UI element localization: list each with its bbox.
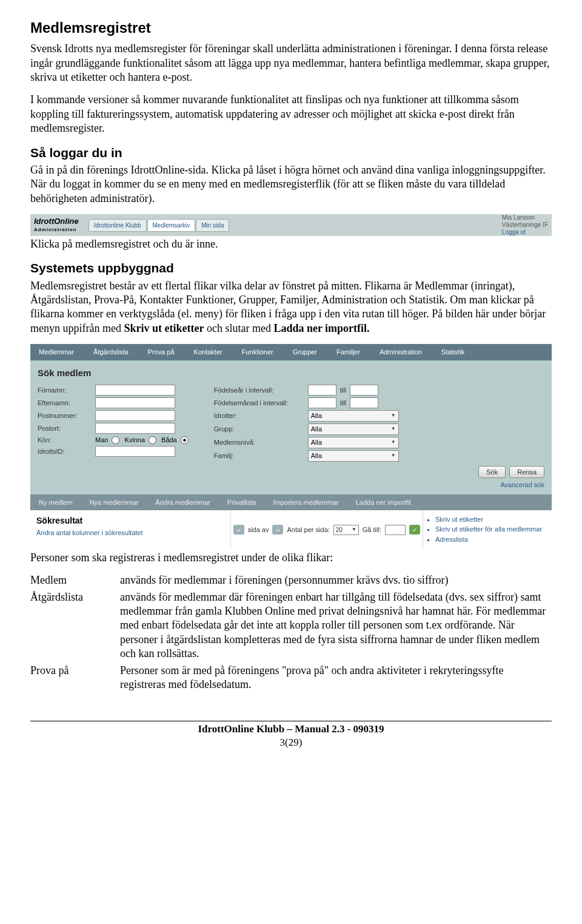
- radio-man[interactable]: [112, 436, 119, 444]
- side-link-adresslista[interactable]: Adresslista: [435, 535, 548, 544]
- tab-idrottonline-klubb[interactable]: Idrottonline Klubb: [89, 219, 147, 232]
- select-idrotter[interactable]: Alla▼: [308, 410, 399, 422]
- go-button-icon[interactable]: ✓: [409, 525, 420, 535]
- input-fodelsemanad-from[interactable]: [308, 397, 336, 408]
- results-area: Sökresultat Ändra antal kolumner i sökre…: [30, 510, 552, 550]
- select-grupp[interactable]: Alla▼: [308, 423, 399, 435]
- logout-link[interactable]: Logga ut: [502, 229, 548, 236]
- logo-text: IdrottOnline: [34, 217, 79, 226]
- action-ny-medlem[interactable]: Ny medlem: [30, 494, 81, 510]
- input-postort[interactable]: [95, 423, 175, 434]
- label-efternamn: Efternamn:: [38, 399, 95, 407]
- radio-kvinna-label: Kvinna: [124, 436, 145, 444]
- input-efternamn[interactable]: [95, 397, 175, 408]
- advanced-search-link[interactable]: Avancerad sök: [38, 481, 544, 489]
- heading-system: Systemets uppbyggnad: [30, 260, 552, 276]
- admin-banner: IdrottOnline Administration Idrottonline…: [30, 214, 552, 236]
- radio-kvinna[interactable]: [149, 436, 156, 444]
- tab-min-sida[interactable]: Min sida: [196, 219, 229, 232]
- tab-statistik[interactable]: Statistik: [433, 344, 473, 360]
- footer-title: IdrottOnline Klubb – Manual 2.3 - 090319: [30, 723, 552, 736]
- radio-bada-label: Båda: [161, 436, 177, 444]
- chevron-down-icon: ▼: [391, 413, 396, 419]
- definitions-table: Medlem används för medlemmar i föreninge…: [30, 573, 552, 694]
- tab-administration[interactable]: Administration: [371, 344, 430, 360]
- chevron-down-icon: ▼: [391, 439, 396, 445]
- action-ladda-ner[interactable]: Ladda ner importfil: [347, 494, 420, 510]
- change-columns-link[interactable]: Ändra antal kolumner i sökresultatet: [36, 528, 224, 537]
- label-idrotter: Idrotter:: [214, 411, 308, 420]
- after-banner-text: Klicka på medlemsregistret och du är inn…: [30, 237, 552, 251]
- label-fodelsemanad: Födelsemånad i intervall:: [214, 399, 308, 407]
- per-page-select[interactable]: 20▼: [333, 525, 359, 535]
- intro-paragraph-2: I kommande versioner så kommer nuvarande…: [30, 93, 552, 135]
- label-fodelsear: Födelseår i intervall:: [214, 386, 308, 394]
- input-idrottsid[interactable]: [95, 446, 175, 457]
- term-prova-pa: Prova på: [30, 664, 120, 695]
- top-menu: Medlemmar Åtgärdslista Prova på Kontakte…: [30, 344, 552, 360]
- search-button[interactable]: Sök: [478, 466, 506, 478]
- action-importera[interactable]: Importera medlemmar: [264, 494, 347, 510]
- logo-subtext: Administration: [34, 227, 79, 233]
- label-postnummer: Postnummer:: [38, 411, 95, 420]
- tab-medlemsarkiv[interactable]: Medlemsarkiv: [147, 219, 196, 232]
- select-medlemsniva[interactable]: Alla▼: [308, 437, 399, 448]
- radio-bada[interactable]: [181, 436, 189, 444]
- input-postnummer[interactable]: [95, 410, 175, 421]
- results-title: Sökresultat: [36, 515, 224, 526]
- prev-page-icon[interactable]: ‹‹: [233, 525, 244, 535]
- input-fodelsemanad-to[interactable]: [350, 397, 378, 408]
- idrottonline-logo: IdrottOnline Administration: [34, 217, 79, 233]
- login-paragraph: Gå in på din förenings IdrottOnline-sida…: [30, 163, 552, 206]
- def-atgardslista: används för medlemmar där föreningen enb…: [120, 590, 552, 664]
- label-grupp: Grupp:: [214, 425, 308, 433]
- side-link-etiketter[interactable]: Skriv ut etiketter: [435, 515, 548, 524]
- pagination: ‹‹ sida av ›› Antal per sida: 20▼ Gå til…: [230, 510, 423, 550]
- label-familj: Familj:: [214, 451, 308, 460]
- side-link-etiketter-alla[interactable]: Skriv ut etiketter för alla medlemmar: [435, 525, 548, 533]
- tab-grupper[interactable]: Grupper: [284, 344, 326, 360]
- heading-login: Så loggar du in: [30, 144, 552, 161]
- select-familj[interactable]: Alla▼: [308, 450, 399, 462]
- search-panel: Sök medlem Förnamn: Efternamn: Postnumme…: [30, 360, 552, 494]
- tab-medlemmar[interactable]: Medlemmar: [30, 344, 82, 360]
- action-bar: Ny medlem Nya medlemmar Ändra medlemmar …: [30, 494, 552, 510]
- per-page-label: Antal per sida:: [287, 525, 329, 534]
- clear-button[interactable]: Rensa: [509, 466, 544, 478]
- intro-paragraph-1: Svensk Idrotts nya medlemsregister för f…: [30, 42, 552, 84]
- tab-kontakter[interactable]: Kontakter: [186, 344, 231, 360]
- user-panel: Mia Larsson Västerhaninge IF Logga ut: [502, 214, 548, 236]
- label-fornamn: Förnamn:: [38, 386, 95, 394]
- action-andra-medlemmar[interactable]: Ändra medlemmar: [147, 494, 218, 510]
- tab-atgardslista[interactable]: Åtgärdslista: [85, 344, 136, 360]
- chevron-down-icon: ▼: [391, 453, 396, 459]
- chevron-down-icon: ▼: [391, 426, 396, 432]
- page-title: Medlemsregistret: [30, 18, 552, 37]
- label-kon: Kön:: [38, 436, 95, 444]
- system-paragraph: Medlemsregistret består av ett flertal f…: [30, 279, 552, 336]
- tab-funktioner[interactable]: Funktioner: [233, 344, 282, 360]
- tab-familjer[interactable]: Familjer: [328, 344, 369, 360]
- action-nya-medlemmar[interactable]: Nya medlemmar: [81, 494, 147, 510]
- label-medlemsniva: Medlemsnivå:: [214, 438, 308, 447]
- action-privatlista[interactable]: Privatlista: [219, 494, 265, 510]
- page-footer: IdrottOnline Klubb – Manual 2.3 - 090319…: [30, 721, 552, 749]
- tab-prova-pa[interactable]: Prova på: [139, 344, 183, 360]
- input-fodelsear-to[interactable]: [350, 385, 378, 396]
- input-fodelsear-from[interactable]: [308, 385, 336, 396]
- till-text-2: till: [340, 399, 346, 407]
- footer-pagenum: 3(29): [30, 736, 552, 749]
- user-name: Mia Larsson: [502, 214, 548, 221]
- def-prova-pa: Personer som är med på föreningens "prov…: [120, 664, 552, 695]
- page-of-text: sida av: [248, 525, 269, 534]
- register-intro: Personer som ska registreras i medlemsre…: [30, 551, 552, 565]
- def-medlem: används för medlemmar i föreningen (pers…: [120, 573, 552, 590]
- radio-man-label: Man: [95, 436, 108, 444]
- term-atgardslista: Åtgärdslista: [30, 590, 120, 664]
- user-org: Västerhaninge IF: [502, 221, 548, 229]
- search-panel-title: Sök medlem: [38, 367, 544, 379]
- medlemsregister-screenshot: Medlemmar Åtgärdslista Prova på Kontakte…: [30, 344, 552, 550]
- goto-input[interactable]: [385, 525, 406, 535]
- input-fornamn[interactable]: [95, 385, 175, 396]
- next-page-icon[interactable]: ››: [272, 525, 283, 535]
